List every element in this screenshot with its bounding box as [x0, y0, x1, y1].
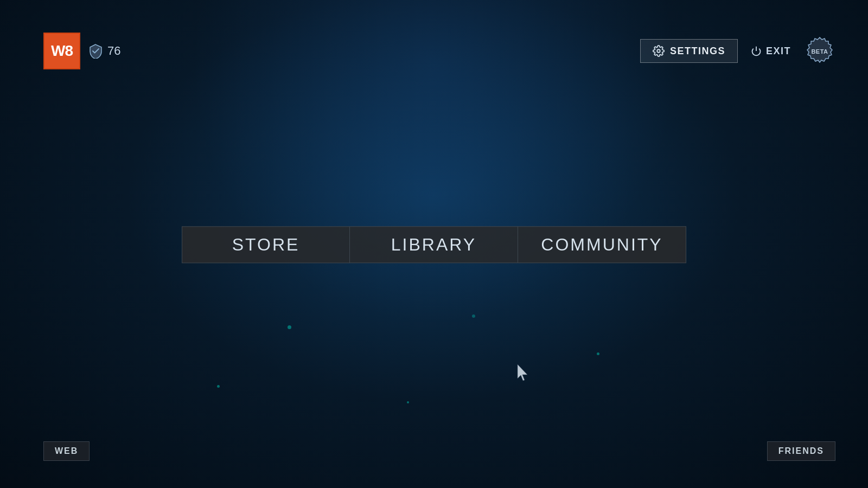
- decorative-dot: [472, 314, 475, 318]
- decorative-dot: [407, 401, 409, 403]
- main-content: W8 76 SETTINGS EXIT: [0, 0, 868, 488]
- user-info-area: W8 76: [43, 33, 120, 69]
- top-controls: SETTINGS EXIT BETA: [640, 35, 835, 67]
- svg-text:BETA: BETA: [811, 48, 828, 55]
- settings-label: SETTINGS: [670, 46, 725, 57]
- exit-label: EXIT: [766, 46, 791, 57]
- avatar[interactable]: W8: [43, 33, 80, 69]
- exit-button[interactable]: EXIT: [751, 46, 791, 57]
- library-button[interactable]: LIBRARY: [350, 226, 518, 263]
- decorative-dot: [597, 352, 599, 355]
- web-button[interactable]: WEB: [43, 441, 90, 461]
- beta-badge-icon: BETA: [804, 35, 835, 67]
- user-points: 76: [88, 43, 120, 59]
- friends-button[interactable]: FRIENDS: [767, 441, 835, 461]
- beta-badge: BETA: [804, 35, 835, 67]
- settings-button[interactable]: SETTINGS: [640, 39, 738, 63]
- decorative-dot: [288, 325, 291, 329]
- community-button[interactable]: COMMUNITY: [518, 226, 686, 263]
- points-icon: [88, 43, 103, 59]
- gear-icon: [653, 45, 665, 57]
- cursor: [515, 363, 532, 385]
- points-value: 76: [107, 44, 120, 58]
- svg-point-0: [657, 49, 660, 53]
- bottom-right-area: FRIENDS: [767, 441, 835, 461]
- nav-buttons: STORE LIBRARY COMMUNITY: [182, 226, 686, 263]
- bottom-left-area: WEB: [43, 441, 90, 461]
- power-icon: [751, 46, 762, 56]
- decorative-dot: [217, 385, 220, 388]
- store-button[interactable]: STORE: [182, 226, 350, 263]
